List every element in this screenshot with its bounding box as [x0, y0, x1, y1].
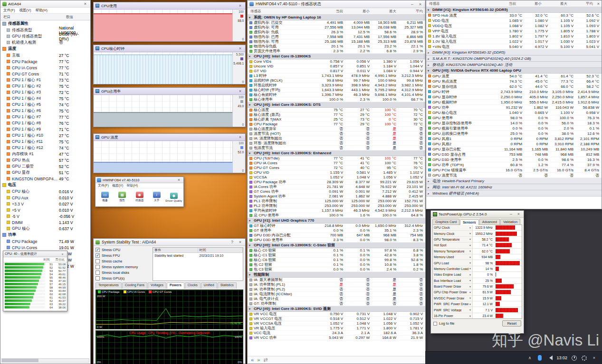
sensor-row[interactable]: CPU 1 / 核心 #12 74 °C [0, 145, 90, 151]
help-icon[interactable]: ? [229, 240, 235, 244]
gpuz-sensor-row[interactable]: Bus Interface Load ▼ 25 % [433, 278, 522, 284]
column-value[interactable]: 数值 [66, 15, 73, 19]
chevron-down-icon[interactable]: ▼ [469, 261, 471, 264]
sensor-row[interactable]: CPU 核心 0.016 V [0, 188, 90, 195]
sensor-row[interactable]: KINGSTON OM8PGP41024Q-A0 49 °C [0, 176, 90, 182]
sensor-name-cell[interactable]: GPU Load ▼ [433, 260, 473, 265]
sensor-row[interactable]: 包 C3 驻留 0.0 % 0.0 % 2.4 % 0.2 % [248, 267, 425, 272]
sensor-row[interactable]: GPU D3D 显存占用 753 MB 748 MB 968 MB 812 MB [426, 152, 602, 157]
expand-arrow-icon[interactable]: ▾ [249, 243, 252, 247]
stress-checkbox[interactable]: Stress system memory [96, 264, 151, 270]
tray-close-icon[interactable]: × [591, 355, 597, 361]
gpuz-sensor-row[interactable]: Memory Clock ▼ 1593.2 MHz [433, 231, 522, 236]
minimize-icon[interactable]: – [409, 2, 415, 7]
gpuz-sensor-row[interactable]: GPU Load ▼ 98 % [433, 260, 522, 266]
sensor-row[interactable]: CPU (Tctl/Tdie) 77 °C 41 °C 101 °C 77 °C [248, 156, 425, 161]
sensor-row[interactable]: GPU 显存结温 62.0 °C 44.0 °C 66.0 °C 58.2 °C [426, 84, 602, 89]
sensor-row[interactable]: GPU 总线接口使用率 25.0 % 0.0 % 38.0 % 12.6 % [426, 131, 602, 136]
histogram-titlebar[interactable]: CPU: 40 - 使用率统计 × [3, 251, 67, 257]
reset-button[interactable]: Reset [502, 320, 521, 327]
toolbar-button[interactable]: ◉ 传感器 [131, 192, 148, 203]
sensor-row[interactable]: CPU 1 / 核心 #8 76 °C [0, 120, 90, 126]
settings-gear-icon[interactable] [581, 355, 587, 361]
graph-titlebar[interactable]: GPU占用率 × [94, 88, 245, 95]
gpuz-sensor-row[interactable]: Hot Spot ▼ 71.4 °C [433, 243, 522, 248]
tab[interactable]: Unified [201, 282, 217, 289]
close-icon[interactable]: × [237, 3, 243, 8]
sensor-name-cell[interactable]: PWR_SRC Power Draw ▼ [433, 301, 473, 307]
col-average[interactable]: 平均 [570, 1, 595, 6]
stress-checkbox[interactable]: Stress local disks [96, 270, 151, 275]
chevron-down-icon[interactable]: ▼ [469, 238, 471, 241]
chevron-down-icon[interactable]: ▼ [469, 226, 471, 229]
expand-arrow-icon[interactable]: ▾ [249, 273, 252, 276]
gpuz-sensor-row[interactable]: PWR_SRC Power Draw ▼ 12.1 W [433, 301, 522, 307]
close-icon[interactable]: × [595, 1, 602, 6]
sensor-row[interactable]: GPU 核心 0.637 V [0, 225, 90, 232]
expand-arrow-icon[interactable]: ▾ [249, 151, 252, 155]
chevron-down-icon[interactable]: ▼ [469, 303, 471, 306]
sensor-row[interactable]: CPU 1 / 核心 #4 75 °C [0, 95, 90, 102]
sensor-section-header[interactable]: ▸ 电池: Hewlett-Packard Primary [426, 178, 602, 184]
close-icon[interactable]: × [417, 2, 423, 7]
sensor-row[interactable]: GPU PCIe 链接速率 16.0 GT/s 2.5 GT/s 16.0 GT… [426, 168, 602, 173]
sensor-row[interactable]: 核心距离 TjMAX 25 °C 73 °C 0 °C 30 °C [248, 117, 425, 122]
gpuz-sensor-row[interactable]: GPU Chip Power Draw ▼ 61.9 W [433, 289, 522, 295]
log-row[interactable]: Stability test started 2023/2/21 19:10 [153, 253, 243, 258]
gpuz-sensor-row[interactable]: Memory Temperature ▼ 62.0 °C [433, 249, 522, 254]
gpuz-sensor-row[interactable]: 16-Pin Power ▼ 23.4 W [433, 313, 522, 319]
sensor-name-cell[interactable]: PWR_SRC Voltage ▼ [433, 307, 473, 312]
sensor-row[interactable]: CPU 1 / 核心 #6 75 °C [0, 108, 90, 114]
sensor-row[interactable]: GPU 传感器类型 Diode (NV-DRV) [0, 33, 90, 39]
clock-text[interactable]: 13:02 [556, 355, 567, 360]
chevron-down-icon[interactable]: ▼ [469, 291, 471, 294]
tab[interactable]: Sensors [460, 219, 479, 225]
log-to-file-checkbox[interactable] [433, 322, 437, 326]
stress-checkbox[interactable]: Stress cache [96, 259, 151, 264]
close-icon[interactable]: × [237, 135, 243, 140]
menu-item[interactable]: 帮助(H) [126, 183, 138, 188]
menu-item[interactable]: 帮助(H) [36, 8, 48, 13]
stress-checkbox[interactable]: ✓ Stress FPU [96, 253, 151, 258]
stability-titlebar[interactable]: System Stability Test : AIDA64 ? × [94, 239, 245, 246]
sensor-row[interactable]: GPU 功率 (TDP%) 60.8 % 1.2 % 77.4 % 37.9 % [426, 162, 602, 168]
column-field[interactable]: 栏目 [3, 15, 10, 19]
sensor-row[interactable]: GPU 功率 91.232 W 1.862 W 116.043 W 56.838… [426, 105, 602, 110]
chevron-down-icon[interactable]: ▼ [469, 285, 471, 288]
checkbox-icon[interactable]: ✓ [96, 248, 100, 252]
sensor-section-header[interactable]: ▾ CPU [#0]: Intel Core i9-13900KS [248, 54, 425, 59]
sensor-row[interactable]: +3.3 V 0.027 V [0, 201, 90, 207]
sensor-row[interactable]: CPU 1 / 核心 #2 75 °C [0, 83, 90, 89]
sensor-row[interactable]: +VIN 电压 5.040 V 4.972 V 5.100 V 5.041 V [426, 44, 602, 49]
sensor-row[interactable]: 核心使用率 100.0 % 2.3 % 100.0 % 68.7 % [248, 97, 425, 102]
tab[interactable]: Validation [500, 219, 520, 224]
aida64-titlebar[interactable]: AIDA64 × [0, 0, 90, 8]
sensor-name-cell[interactable]: Video Engine Load ▼ [433, 272, 473, 277]
expand-arrow-icon[interactable]: ▾ [249, 16, 252, 19]
chevron-down-icon[interactable]: ▼ [469, 250, 471, 252]
sensor-row[interactable]: 页面文件使用率 2.3 % 2.2 % 6.8 % 2.9 % [248, 49, 425, 54]
expand-arrow-icon[interactable]: ▾ [249, 219, 252, 222]
sensor-name-cell[interactable]: GPU Chip Power Draw ▼ [433, 289, 473, 295]
sensor-row[interactable]: 包温度节流 否 否 是 否 [248, 146, 425, 150]
sensor-name-cell[interactable]: Hot Spot ▼ [433, 243, 473, 248]
alarm-clock-icon[interactable] [571, 355, 577, 361]
sensor-name-cell[interactable]: Memory Used ▼ [433, 254, 473, 260]
stress-checkbox[interactable]: Stress GPU(s) [96, 276, 151, 281]
tab[interactable]: Advanced [479, 219, 500, 224]
sensor-group-header[interactable]: 电压 [0, 182, 90, 188]
tab[interactable]: Powers [167, 282, 184, 289]
gpuz-sensor-row[interactable]: MVDDC Power Draw ▼ 15.9 W [433, 296, 522, 301]
toolbar-button[interactable]: ◆ Driver Quality [165, 193, 182, 202]
expand-arrow-icon[interactable]: ▸ [428, 63, 431, 66]
gpuz-sensor-row[interactable]: PWR_SRC Voltage ▼ 7.1 V [433, 307, 522, 313]
sensor-row[interactable]: CPU IA Cores 19.01 W [0, 244, 90, 251]
sensor-name-cell[interactable]: GPU Temperature ▼ [433, 237, 473, 242]
col-minimum[interactable]: 最小 [345, 9, 372, 14]
minimize-icon[interactable]: – [508, 212, 514, 216]
sensor-row[interactable]: 主板 27 °C [0, 52, 90, 58]
checkbox-icon[interactable]: ✓ [96, 253, 100, 258]
col-maximum[interactable]: 最大 [372, 9, 399, 14]
sensor-row[interactable]: GPU 显存时钟 2,250.0 MHz 405.0 MHz 2,250.0 M… [426, 94, 602, 100]
sensor-row[interactable]: GPU 视频时钟 1,950.0 MHz 555.0 MHz 2,415.0 M… [426, 100, 602, 105]
